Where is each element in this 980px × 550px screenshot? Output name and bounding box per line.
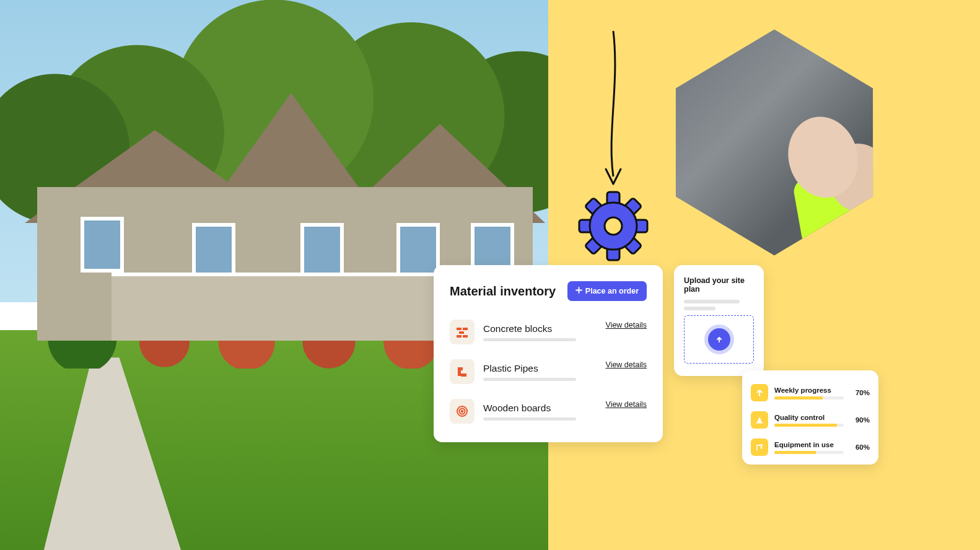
svg-point-9 [605,217,622,235]
material-row: Concrete blocks View details [450,312,647,352]
material-inventory-title: Material inventory [450,284,556,299]
upload-site-plan-card: Upload your site plan [674,265,764,376]
svg-rect-19 [756,422,763,424]
material-row: Plastic Pipes View details [450,352,647,391]
cone-icon [751,411,768,429]
view-details-link[interactable]: View details [606,321,647,330]
material-name: Concrete blocks [483,323,597,334]
stat-fill [774,396,823,399]
stat-row: Equipment in use 60% [751,434,870,461]
svg-rect-13 [457,335,462,338]
stat-row: Weekly progress 70% [751,379,870,406]
place-order-label: Place an order [585,287,639,295]
skeleton-line [684,300,740,303]
material-row: Wooden boards View details [450,391,647,431]
plus-icon [575,287,582,295]
stats-card: Weekly progress 70% Quality control 90% … [742,370,878,465]
stat-fill [774,424,837,427]
pipe-icon [450,359,475,384]
svg-rect-11 [463,328,468,330]
material-bar [483,338,576,341]
stat-percent: 70% [850,389,870,396]
material-bar [483,378,576,381]
material-inventory-card: Material inventory Place an order Concre… [434,265,663,442]
svg-rect-15 [461,373,466,377]
stat-percent: 90% [850,416,870,424]
gear-icon [576,189,650,266]
stat-percent: 60% [850,443,870,451]
arrow-up-icon [751,384,768,401]
stat-label: Weekly progress [774,386,844,394]
upload-icon [708,328,730,351]
stat-fill [774,451,816,454]
upload-dropzone[interactable] [684,315,754,364]
stat-label: Quality control [774,414,844,421]
material-bar [483,417,576,421]
svg-rect-14 [463,335,468,338]
stat-label: Equipment in use [774,441,844,448]
svg-rect-10 [457,328,462,330]
material-name: Plastic Pipes [483,363,597,374]
wood-icon [450,399,475,424]
skeleton-line [684,307,715,310]
crane-icon [751,439,768,456]
bricks-icon [450,320,475,344]
svg-point-18 [462,411,463,412]
view-details-link[interactable]: View details [606,360,647,369]
svg-point-20 [761,447,762,448]
stat-row: Quality control 90% [751,406,870,434]
place-order-button[interactable]: Place an order [567,281,647,301]
upload-title: Upload your site plan [684,276,754,294]
material-name: Wooden boards [483,403,597,414]
arrow-down-icon [588,28,638,191]
svg-rect-12 [459,331,464,334]
view-details-link[interactable]: View details [606,400,647,409]
